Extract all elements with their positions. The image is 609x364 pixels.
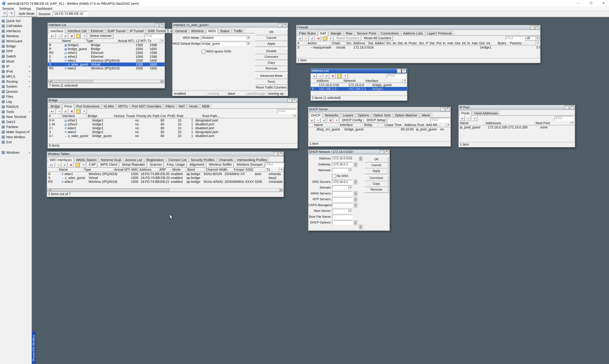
tab-address-lists[interactable]: Address Lists <box>401 31 425 35</box>
column-header[interactable]: Network <box>342 79 364 83</box>
column-header[interactable] <box>48 39 61 43</box>
dhcp-config-button[interactable]: DHCP Config <box>340 118 364 123</box>
sidebar-item-interfaces[interactable]: Interfaces <box>0 28 31 33</box>
tab-wds[interactable]: WDS <box>206 28 218 33</box>
tab-vlans[interactable]: VLANs <box>102 104 116 108</box>
column-header[interactable]: Lease Time <box>378 123 403 127</box>
tab-mstis[interactable]: MSTIs <box>116 104 130 108</box>
minimize-button[interactable]: ▫ <box>565 105 569 109</box>
enable-button[interactable]: ✓ <box>63 109 68 114</box>
find-input[interactable]: Find <box>145 34 163 39</box>
close-button[interactable]: ✕ <box>535 25 539 29</box>
tab-nat[interactable]: NAT <box>318 31 328 36</box>
tab-dhcp[interactable]: DHCP <box>309 113 323 118</box>
remove-button[interactable]: − <box>466 116 471 121</box>
tab-wireless[interactable]: Wireless <box>189 29 206 33</box>
chevron-down-icon[interactable]: ▼ <box>246 36 250 39</box>
column-header[interactable]: Addresses <box>484 121 534 125</box>
titlebar[interactable]: DHCP Server ▫✕ <box>309 107 451 112</box>
columns-button[interactable]: ▼ <box>570 121 575 125</box>
tab-service-ports[interactable]: Service Ports <box>355 31 378 35</box>
reset-all-counters-button[interactable]: Reset All Counters <box>362 36 393 41</box>
column-header[interactable]: Dst. Address <box>367 41 385 45</box>
table-row[interactable]: 1 IH▥ether2bridge1no80101disabled port <box>48 122 298 126</box>
tab-eoip-tunnel[interactable]: EoIP Tunnel <box>106 29 127 33</box>
column-header[interactable] <box>311 79 315 83</box>
disable-button[interactable]: ✕ <box>69 33 75 39</box>
copy-button[interactable]: Copy <box>364 181 388 187</box>
os-maximize-button[interactable]: ❐ <box>585 0 596 7</box>
tab-general[interactable]: General <box>173 29 189 33</box>
ok-button[interactable]: OK <box>364 157 388 163</box>
column-header[interactable]: Address Pool <box>403 123 425 127</box>
disable-button[interactable]: ✕ <box>68 162 74 168</box>
wireless-snooper-button[interactable]: Wireless Snooper <box>235 162 265 168</box>
wins-servers-field[interactable] <box>332 191 353 195</box>
columns-button[interactable]: ▼ <box>279 168 284 171</box>
column-headers[interactable]: # Action Chain Src. Address Dst. Address… <box>296 41 540 45</box>
disable-button[interactable]: ✕ <box>69 109 75 114</box>
tab-status[interactable]: Status <box>218 29 231 33</box>
find-input[interactable]: Find <box>555 116 573 121</box>
table-row[interactable]: RSΨwlan2Wireless (IPQ4019)150018:FD:74:B… <box>47 180 284 183</box>
minimize-button[interactable]: ▫ <box>530 25 534 29</box>
comment-button[interactable]: Comment <box>364 175 388 181</box>
filter-button[interactable]: ▼ <box>328 36 334 41</box>
column-header[interactable]: PVID <box>166 114 176 118</box>
scroll-left-icon[interactable]: ◀ <box>48 189 51 191</box>
column-header[interactable]: Name <box>313 123 339 127</box>
scroll-right-icon[interactable]: ▶ <box>160 80 164 83</box>
column-header[interactable]: Interface <box>364 79 407 83</box>
enable-button[interactable]: ✓ <box>63 33 68 39</box>
tab-ethernet[interactable]: Ethernet <box>89 29 105 33</box>
titlebar[interactable]: IP Pool ▫✕ <box>459 105 575 110</box>
add-button[interactable]: + <box>460 116 465 121</box>
tab-ip-tunnel[interactable]: IP Tunnel <box>128 29 146 33</box>
column-header[interactable]: Actual MTU <box>117 39 135 43</box>
tab-connect-list[interactable]: Connect List <box>166 157 188 162</box>
tab-gre-tunnel[interactable]: GRE Tunnel <box>146 29 168 33</box>
scroll-spinner[interactable]: ▲▼ <box>359 225 363 229</box>
column-header[interactable]: Packets <box>508 41 523 45</box>
column-header[interactable]: Mode <box>171 168 186 171</box>
column-header[interactable] <box>47 168 58 171</box>
ok-button[interactable]: OK <box>255 29 288 35</box>
wireless-sniffer-button[interactable]: Wireless Sniffer <box>207 162 234 168</box>
table-row[interactable]: dhcp_srv_guest bridge_guest 00:10:00 ip_… <box>309 127 451 131</box>
tab-interface[interactable]: Interface <box>49 28 65 33</box>
column-header[interactable]: ARP <box>158 168 171 171</box>
tab-alerts[interactable]: Alerts <box>420 113 432 117</box>
column-header[interactable]: Role <box>176 114 201 118</box>
remove-button[interactable]: − <box>57 33 62 39</box>
table-row[interactable]: R▦bridge1Bridge15001598 <box>48 43 165 47</box>
tab-connections[interactable]: Connections <box>379 31 401 35</box>
column-headers[interactable]: Name Addresses Next Pool ▼ <box>459 121 575 125</box>
column-header[interactable]: Relay <box>363 123 378 127</box>
tab-layer7-protocols[interactable]: Layer7 Protocols <box>425 31 454 35</box>
minimize-button[interactable]: ▫ <box>397 69 401 73</box>
sidebar-item-ip[interactable]: IP▸ <box>0 64 31 69</box>
columns-button[interactable]: ▼ <box>402 79 407 82</box>
os-close-button[interactable]: ✕ <box>598 0 609 7</box>
sidebar-item-quick-set[interactable]: Quick Set <box>0 18 31 23</box>
titlebar[interactable]: Wireless Tables ▫✕ <box>47 152 284 156</box>
close-button[interactable]: ✕ <box>292 98 297 103</box>
close-button[interactable]: ✕ <box>278 152 283 156</box>
gateway-field[interactable]: 172.16.0.1 <box>332 162 353 167</box>
table-row[interactable]: 0 ⇒masquerade srcnat 172.16.0.0/16 bridg… <box>296 45 540 49</box>
cancel-button[interactable]: Cancel <box>255 35 288 41</box>
scroll-left-icon[interactable]: ◀ <box>49 80 52 83</box>
remove-button[interactable]: − <box>57 109 62 114</box>
tab-nstreme-dual[interactable]: Nstreme Dual <box>99 157 123 162</box>
comment-button[interactable]: Comment <box>255 54 288 60</box>
dns-servers-spinner[interactable]: ▲▼ <box>354 180 357 184</box>
remove-button[interactable]: − <box>56 162 61 168</box>
safe-mode-toggle[interactable]: Safe Mode <box>16 11 37 16</box>
titlebar[interactable]: Firewall ▫✕ <box>296 25 540 30</box>
domain-field[interactable]: ▼ <box>332 185 353 190</box>
scrollbar-thumb[interactable] <box>52 80 93 83</box>
column-header[interactable]: Name <box>61 39 85 43</box>
table-row-selected[interactable]: S↔v_wlan_guestVirtual15001600 <box>48 63 165 66</box>
comment-button[interactable] <box>75 162 80 168</box>
address-spinner[interactable]: ▲▼ <box>359 156 363 161</box>
